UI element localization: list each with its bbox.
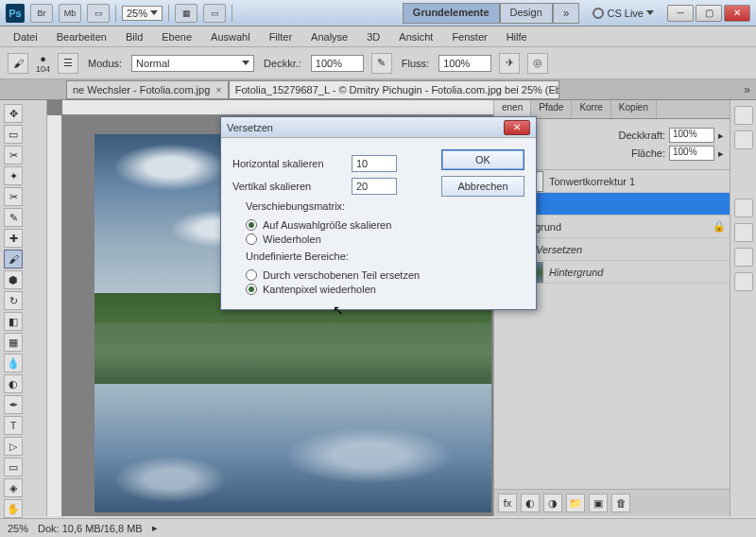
stamp-tool[interactable]: ⬢ xyxy=(4,270,23,289)
window-minimize-button[interactable]: ─ xyxy=(667,5,694,22)
lock-icon: 🔒 xyxy=(713,220,726,233)
tab-korrekturen[interactable]: Korre xyxy=(572,100,610,118)
lasso-tool[interactable]: ✂ xyxy=(4,146,23,165)
tab-pfade[interactable]: Pfade xyxy=(531,100,572,118)
status-zoom[interactable]: 25% xyxy=(8,523,28,534)
optionbar: 🖌 ●104 ☰ Modus: Normal Deckkr.: 100% ✎ F… xyxy=(0,47,756,79)
horizontal-input[interactable] xyxy=(352,155,397,172)
popup-icon[interactable]: ▸ xyxy=(718,147,724,160)
ok-button[interactable]: OK xyxy=(441,149,524,170)
deckkraft-input[interactable]: 100% xyxy=(311,55,364,72)
workspace-design[interactable]: Design xyxy=(500,3,553,24)
menu-bearbeiten[interactable]: Bearbeiten xyxy=(49,29,114,44)
status-popup-icon[interactable]: ▸ xyxy=(152,522,158,534)
workspace-more[interactable]: » xyxy=(553,3,580,24)
deckkraft-label: Deckkr.: xyxy=(262,58,303,69)
dialog-close-button[interactable]: ✕ xyxy=(504,120,530,135)
minibridge-button[interactable]: Mb xyxy=(59,4,81,23)
ruler-horizontal[interactable] xyxy=(62,100,493,115)
layer-name: Versetzen xyxy=(536,244,582,255)
radio-durch-verschobenen[interactable]: Durch verschobenen Teil ersetzen xyxy=(246,269,430,281)
document-tab-1[interactable]: ne Wechsler - Fotolia.com.jpg× xyxy=(66,80,229,99)
crop-tool[interactable]: ✂ xyxy=(4,187,23,206)
window-close-button[interactable]: ✕ xyxy=(724,5,750,22)
popup-icon[interactable]: ▸ xyxy=(718,130,724,142)
menu-auswahl[interactable]: Auswahl xyxy=(203,29,258,44)
menu-filter[interactable]: Filter xyxy=(262,29,300,44)
menu-3d[interactable]: 3D xyxy=(359,29,387,44)
hand-tool[interactable]: ✋ xyxy=(4,499,23,518)
radio-icon xyxy=(246,269,257,281)
tab-kopien[interactable]: Kopien xyxy=(611,100,657,118)
brush-tool-icon[interactable]: 🖌 xyxy=(8,53,28,74)
brush-preview-icon[interactable]: ● xyxy=(40,53,46,64)
menu-hilfe[interactable]: Hilfe xyxy=(499,29,535,44)
new-layer-icon[interactable]: ▣ xyxy=(589,494,608,512)
airbrush-icon[interactable]: ✈ xyxy=(499,53,520,74)
strip-adjustments-icon[interactable] xyxy=(734,272,753,291)
menu-fenster[interactable]: Fenster xyxy=(444,29,494,44)
bridge-button[interactable]: Br xyxy=(30,4,53,23)
workspace-grundelemente[interactable]: Grundelemente xyxy=(403,3,500,24)
close-tab-icon[interactable]: × xyxy=(215,84,221,95)
gradient-tool[interactable]: ▦ xyxy=(4,333,23,352)
trash-icon[interactable]: 🗑 xyxy=(611,494,630,512)
layer-name: Tonwertkorrektur 1 xyxy=(549,176,635,187)
menu-ansicht[interactable]: Ansicht xyxy=(391,29,440,44)
marquee-tool[interactable]: ▭ xyxy=(4,125,23,144)
eyedropper-tool[interactable]: ✎ xyxy=(4,208,23,227)
path-tool[interactable]: ▷ xyxy=(4,437,23,456)
eraser-tool[interactable]: ◧ xyxy=(4,312,23,331)
radio-auf-auswahl[interactable]: Auf Auswahlgröße skalieren xyxy=(246,219,430,231)
strip-paragraph-icon[interactable] xyxy=(734,130,753,149)
brush-panel-icon[interactable]: ☰ xyxy=(58,53,78,74)
move-tool[interactable]: ✥ xyxy=(4,104,23,123)
menu-analyse[interactable]: Analyse xyxy=(303,29,355,44)
document-tab-2[interactable]: Fotolia_15279687_L - © Dmitry Pichugin -… xyxy=(229,80,559,99)
group-icon[interactable]: 📁 xyxy=(566,494,585,512)
strip-color-icon[interactable] xyxy=(734,248,753,267)
3d-tool[interactable]: ◈ xyxy=(4,478,23,497)
type-tool[interactable]: T xyxy=(4,416,23,435)
screen-mode-button[interactable]: ▭ xyxy=(87,4,110,23)
cslive-button[interactable]: CS Live xyxy=(593,8,654,19)
document-tabbar: ne Wechsler - Fotolia.com.jpg× Fotolia_1… xyxy=(0,79,756,100)
brush-size-label: 104 xyxy=(36,64,50,74)
vertikal-input[interactable] xyxy=(352,178,397,195)
fx-icon[interactable]: fx xyxy=(498,494,517,512)
view-extras-button[interactable]: ▦ xyxy=(175,4,198,23)
dialog-title: Versetzen xyxy=(227,122,273,133)
healing-tool[interactable]: ✚ xyxy=(4,229,23,248)
dodge-tool[interactable]: ◐ xyxy=(4,374,23,393)
strip-type-icon[interactable] xyxy=(734,106,753,125)
tab-overflow-button[interactable]: » xyxy=(738,83,756,96)
brush-tool[interactable]: 🖌 xyxy=(4,250,23,268)
pressure-size-icon[interactable]: ◎ xyxy=(527,53,548,74)
undefinierte-label: Undefinierte Bereiche: xyxy=(246,251,430,262)
radio-wiederholen[interactable]: Wiederholen xyxy=(246,234,430,245)
shape-tool[interactable]: ▭ xyxy=(4,458,23,476)
quickselect-tool[interactable]: ✦ xyxy=(4,166,23,185)
pen-tool[interactable]: ✒ xyxy=(4,395,23,414)
fluss-input[interactable]: 100% xyxy=(438,55,491,72)
arrange-button[interactable]: ▭ xyxy=(203,4,226,23)
history-brush-tool[interactable]: ↻ xyxy=(4,291,23,310)
cancel-button[interactable]: Abbrechen xyxy=(441,176,524,197)
toolbox: ✥ ▭ ✂ ✦ ✂ ✎ ✚ 🖌 ⬢ ↻ ◧ ▦ 💧 ◐ ✒ T ▷ ▭ ◈ ✋ … xyxy=(0,100,47,516)
panel-deckkraft-input[interactable]: 100% xyxy=(669,128,714,143)
menu-ebene[interactable]: Ebene xyxy=(154,29,199,44)
zoom-select[interactable]: 25% xyxy=(122,6,163,21)
ruler-vertical[interactable] xyxy=(47,115,62,516)
mask-icon[interactable]: ◐ xyxy=(521,494,540,512)
panel-flaeche-input[interactable]: 100% xyxy=(669,146,714,161)
strip-swatches-icon[interactable] xyxy=(734,199,753,217)
radio-kantenpixel[interactable]: Kantenpixel wiederholen xyxy=(246,284,430,295)
strip-styles-icon[interactable] xyxy=(734,223,753,242)
modus-select[interactable]: Normal xyxy=(131,55,254,72)
menu-bild[interactable]: Bild xyxy=(118,29,150,44)
blur-tool[interactable]: 💧 xyxy=(4,354,23,372)
adjust-icon[interactable]: ◑ xyxy=(543,494,562,512)
pressure-opacity-icon[interactable]: ✎ xyxy=(371,53,392,74)
menu-datei[interactable]: Datei xyxy=(6,29,45,44)
window-maximize-button[interactable]: ▢ xyxy=(696,5,722,22)
